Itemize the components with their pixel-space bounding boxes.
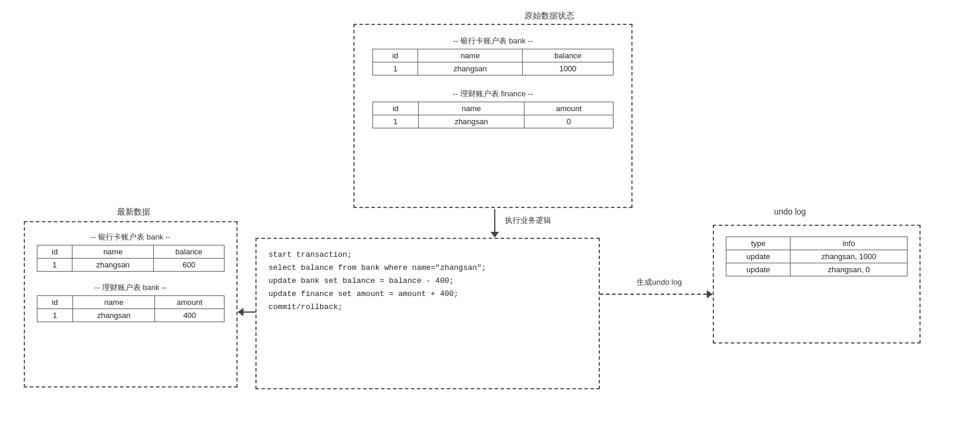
undo-section-title: undo log: [742, 207, 837, 216]
left-arrow-head: [238, 308, 244, 316]
left-section-title: 最新数据: [86, 207, 181, 218]
undo-cell-type-1: update: [726, 250, 791, 263]
down-arrow: [491, 209, 499, 238]
undo-col-info: info: [791, 237, 908, 250]
top-finance-col-id: id: [373, 102, 419, 115]
left-finance-table: id name amount 1 zhangsan 400: [37, 295, 225, 322]
undo-row-1: update zhangsan, 1000: [726, 250, 908, 263]
top-bank-cell-balance: 1000: [523, 62, 614, 75]
generate-undo-label: 生成undo log: [612, 277, 707, 288]
left-finance-col-amount: amount: [155, 296, 225, 309]
undo-row-2: update zhangsan, 0: [726, 263, 908, 276]
left-arrow-container: [238, 308, 255, 316]
left-finance-cell-name: zhangsan: [72, 309, 155, 322]
center-code-box: start transaction; select balance from b…: [255, 238, 600, 389]
code-line-1: start transaction;: [268, 248, 587, 262]
left-finance-col-id: id: [37, 296, 73, 309]
top-bank-cell-name: zhangsan: [418, 62, 523, 75]
left-bank-col-name: name: [72, 245, 154, 259]
left-bank-label: -- 银行卡账户表 bank --: [37, 232, 225, 243]
main-canvas: 原始数据状态 -- 银行卡账户表 bank -- id name balance…: [0, 0, 980, 422]
top-finance-cell-id: 1: [373, 115, 419, 128]
code-line-4: update finance set amount = amount + 400…: [268, 288, 587, 301]
top-finance-row-1: 1 zhangsan 0: [373, 115, 614, 128]
left-arrow-line: [244, 311, 255, 313]
left-finance-label: -- 理财账户表 bank --: [37, 282, 225, 293]
top-bank-table: id name balance 1 zhangsan 1000: [372, 49, 614, 75]
undo-cell-info-1: zhangsan, 1000: [791, 250, 908, 263]
left-dashed-box: -- 银行卡账户表 bank -- id name balance 1 zhan…: [24, 221, 238, 388]
left-bank-col-id: id: [37, 245, 72, 259]
left-bank-table: id name balance 1 zhangsan 600: [37, 245, 225, 272]
top-finance-label: -- 理财账户表 finance --: [372, 89, 614, 99]
code-block: start transaction; select balance from b…: [257, 239, 599, 323]
top-bank-col-balance: balance: [523, 49, 614, 62]
code-line-3: update bank set balance = balance - 400;: [268, 275, 587, 288]
right-dashed-arrow: [600, 290, 713, 298]
top-finance-table: id name amount 1 zhangsan 0: [372, 102, 614, 128]
undo-cell-info-2: zhangsan, 0: [791, 263, 908, 276]
left-bank-col-balance: balance: [154, 245, 225, 259]
execute-label: 执行业务逻辑: [505, 215, 551, 226]
down-arrow-line: [494, 209, 495, 232]
left-finance-row-1: 1 zhangsan 400: [37, 309, 225, 322]
right-arrow-head: [707, 290, 713, 298]
top-bank-row-1: 1 zhangsan 1000: [373, 62, 614, 75]
top-bank-cell-id: 1: [373, 62, 418, 75]
undo-dashed-box: type info update zhangsan, 1000 update z…: [713, 225, 921, 344]
top-finance-col-amount: amount: [524, 102, 614, 115]
right-dashed-line: [600, 294, 707, 295]
left-bank-row-1: 1 zhangsan 600: [37, 259, 225, 272]
undo-cell-type-2: update: [726, 263, 791, 276]
down-arrow-head: [491, 232, 499, 238]
top-bank-col-name: name: [418, 49, 523, 62]
top-section-title: 原始数据状态: [490, 11, 609, 21]
top-finance-cell-amount: 0: [524, 115, 614, 128]
code-line-5: commit/rollback;: [268, 301, 587, 314]
top-finance-cell-name: zhangsan: [418, 115, 524, 128]
undo-table: type info update zhangsan, 1000 update z…: [726, 237, 908, 276]
left-finance-cell-amount: 400: [155, 309, 225, 322]
left-bank-cell-id: 1: [37, 259, 72, 272]
left-finance-cell-id: 1: [37, 309, 73, 322]
top-dashed-box: -- 银行卡账户表 bank -- id name balance 1 zhan…: [353, 24, 633, 208]
top-finance-col-name: name: [418, 102, 524, 115]
top-bank-label: -- 银行卡账户表 bank --: [372, 36, 614, 46]
undo-col-type: type: [726, 237, 791, 250]
left-bank-cell-balance: 600: [154, 259, 225, 272]
top-bank-col-id: id: [373, 49, 418, 62]
code-line-2: select balance from bank where name="zha…: [268, 262, 587, 275]
left-finance-col-name: name: [72, 296, 155, 309]
left-bank-cell-name: zhangsan: [72, 259, 154, 272]
